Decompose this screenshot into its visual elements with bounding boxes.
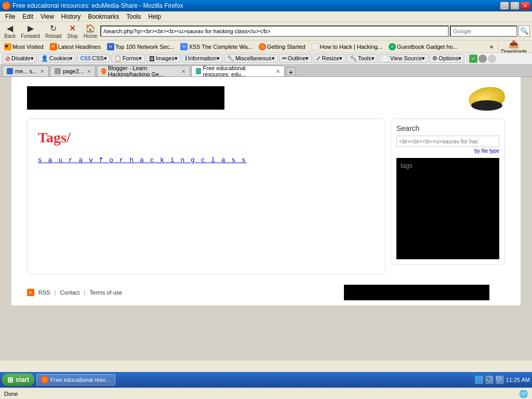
menu-tools[interactable]: Tools	[123, 12, 144, 21]
tab-3-close[interactable]: ✕	[276, 69, 280, 74]
sidebar-content-redacted: tags	[396, 158, 499, 259]
devbar-separator	[467, 55, 467, 63]
bookmark-most-visited[interactable]: ★ Most Visited	[2, 42, 46, 51]
reload-label: Reload	[45, 33, 62, 39]
back-label: Back	[4, 33, 16, 39]
forward-button[interactable]: ▶ Forward	[19, 22, 42, 40]
search-button[interactable]: 🔍	[518, 25, 530, 37]
css-button[interactable]: CSS CSS▾	[77, 54, 110, 63]
tab-0[interactable]: me... s... ✕	[2, 65, 49, 76]
tab-1[interactable]: page2... ✕	[50, 65, 96, 76]
downloads-button[interactable]: 📥 Downloads	[498, 41, 530, 53]
search-input[interactable]	[450, 25, 517, 37]
minimize-button[interactable]: _	[500, 2, 509, 10]
header-logo-redacted	[27, 86, 224, 110]
terms-link[interactable]: Terms of use	[89, 289, 122, 296]
firefox-title-icon	[2, 2, 10, 10]
information-button[interactable]: ℹ Information▾	[182, 54, 223, 63]
systray-volume-icon: 🔊	[485, 376, 494, 384]
search-box-area: Search by file type tags	[391, 118, 505, 265]
menu-history[interactable]: History	[58, 12, 84, 21]
new-tab-button[interactable]: +	[286, 67, 296, 76]
stop-button[interactable]: ✕ Stop	[65, 22, 81, 40]
star-icon: ★	[4, 43, 11, 50]
bookmark-headlines[interactable]: R Latest Headlines	[48, 42, 103, 51]
menu-help[interactable]: Help	[145, 12, 164, 21]
tools-button[interactable]: 🔨 Tools▾	[347, 54, 378, 63]
menu-view[interactable]: View	[37, 12, 57, 21]
home-button[interactable]: 🏠 Home	[82, 22, 100, 40]
titlebar-controls: _ □ ✕	[500, 2, 530, 10]
taskbar-window-label: Free educational reso...	[50, 377, 111, 383]
reload-button[interactable]: ↻ Reload	[43, 22, 64, 40]
statusbar: Done 🌐	[0, 388, 532, 399]
devbar: ⊘ Disable▾ 👤 Cookies▾ CSS CSS▾ 📋 Forms▾ …	[0, 53, 532, 64]
forms-button[interactable]: 📋 Forms▾	[111, 54, 145, 63]
disable-icon: ⊘	[5, 55, 10, 62]
tab-3[interactable]: Free educational resources: edu... ✕	[191, 65, 285, 76]
search-result-link[interactable]: s a u r a v f o r h a c k i n g c l a s …	[38, 156, 375, 164]
tab-0-close[interactable]: ✕	[40, 69, 44, 74]
rss-icon-footer: R	[27, 289, 34, 296]
search-query-input[interactable]	[396, 136, 499, 147]
ie-icon: e	[389, 43, 396, 50]
tab-2-close[interactable]: ✕	[181, 69, 185, 74]
bookmark-network-sec[interactable]: N Top 100 Network Sec...	[105, 42, 177, 51]
close-button[interactable]: ✕	[521, 2, 530, 10]
options-button[interactable]: ⚙ Options▾	[429, 54, 464, 63]
downloads-label: Downloads	[501, 49, 527, 54]
outline-icon: ✏	[282, 55, 287, 62]
rss-link[interactable]: RSS	[38, 289, 50, 296]
bookmark-xss[interactable]: G XSS The Complete Wa...	[178, 42, 254, 51]
systray-security-icon: 🛡	[496, 376, 504, 384]
home-icon: 🏠	[85, 23, 96, 33]
search-by-filetype[interactable]: by file type	[396, 148, 499, 154]
circle-btn-2[interactable]	[488, 55, 496, 63]
tab-1-icon	[55, 68, 61, 74]
statusbar-right: 🌐	[519, 390, 528, 398]
search-area: 🔍	[450, 25, 530, 37]
tab-1-label: page2...	[63, 68, 84, 74]
resize-icon: ⤢	[316, 55, 321, 62]
cookie-icon: 👤	[41, 55, 48, 62]
address-input[interactable]: /search.php?q=<br><br><b><u>saurav for h…	[100, 25, 449, 37]
disable-button[interactable]: ⊘ Disable▾	[2, 54, 37, 63]
start-button[interactable]: ⊞ start	[2, 374, 34, 386]
view-source-button[interactable]: 📄 View Source▾	[379, 54, 429, 63]
resize-button[interactable]: ⤢ Resize▾	[313, 54, 345, 63]
forward-label: Forward	[21, 33, 40, 39]
taskbar-firefox[interactable]: Free educational reso...	[36, 374, 115, 385]
back-button[interactable]: ◀ Back	[2, 22, 18, 40]
bookmark-getting-started[interactable]: Getting Started	[257, 42, 308, 51]
circle-btn-1[interactable]	[478, 55, 487, 63]
contact-link[interactable]: Contact	[60, 289, 79, 296]
menu-bookmarks[interactable]: Bookmarks	[85, 12, 122, 21]
validate-button[interactable]: ✓	[469, 55, 477, 63]
header-right	[463, 85, 505, 111]
tabbar: me... s... ✕ page2... ✕ Blogger - Learn …	[0, 64, 532, 77]
stop-label: Stop	[67, 33, 78, 39]
cookies-button[interactable]: 👤 Cookies▾	[38, 54, 76, 63]
menu-edit[interactable]: Edit	[19, 12, 36, 21]
footer-sep-2: |	[84, 289, 85, 296]
sidebar-tags-label: tags	[396, 158, 499, 174]
forms-icon: 📋	[114, 55, 122, 62]
tab-1-close[interactable]: ✕	[87, 69, 91, 74]
source-icon: 📄	[382, 55, 389, 62]
more-bookmarks-button[interactable]: »	[488, 42, 496, 51]
tab-3-label: Free educational resources: edu...	[203, 65, 273, 76]
tags-heading: Tags/	[38, 129, 375, 146]
address-bar: /search.php?q=<br><br><b><u>saurav for h…	[100, 25, 449, 37]
misc-icon: 🔧	[227, 55, 234, 62]
images-icon: 🖼	[149, 56, 155, 62]
images-button[interactable]: 🖼 Images▾	[146, 54, 181, 63]
bookmark-hacking[interactable]: How to Hack | Hacking...	[310, 42, 384, 51]
options-icon: ⚙	[432, 55, 437, 62]
menu-file[interactable]: File	[2, 12, 18, 21]
windows-icon: ⊞	[7, 376, 14, 384]
miscellaneous-button[interactable]: 🔧 Miscellaneous▾	[224, 54, 278, 63]
outline-button[interactable]: ✏ Outline▾	[279, 54, 312, 63]
tab-2[interactable]: Blogger - Learn Hacking/hacking Ge... ✕	[97, 65, 190, 76]
bookmark-guestbook[interactable]: e Guestbook Gadget ho...	[387, 42, 460, 51]
maximize-button[interactable]: □	[510, 2, 520, 10]
